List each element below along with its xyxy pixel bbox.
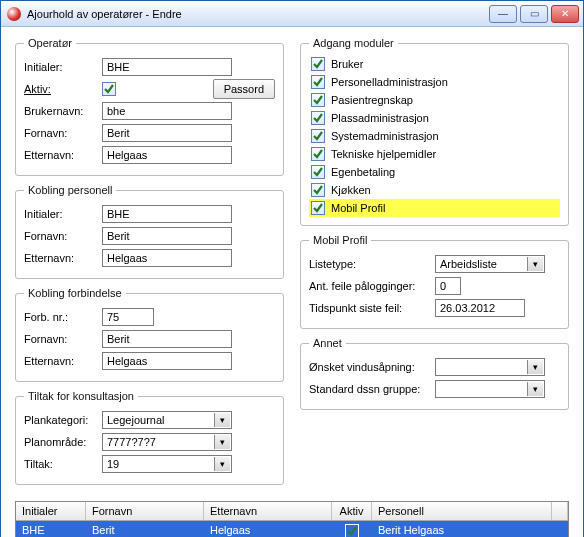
kp-initials-input[interactable] bbox=[102, 205, 232, 223]
module-item[interactable]: Bruker bbox=[309, 55, 560, 73]
cell-aktiv bbox=[332, 521, 372, 537]
cell-etternavn: Helgaas bbox=[204, 521, 332, 537]
close-button[interactable]: ✕ bbox=[551, 5, 579, 23]
minimize-button[interactable]: — bbox=[489, 5, 517, 23]
module-label: Systemadministrasjon bbox=[331, 130, 439, 142]
label-planomr: Planområde: bbox=[24, 436, 102, 448]
module-checkbox[interactable] bbox=[311, 201, 325, 215]
titlebar[interactable]: Ajourhold av operatører - Endre — ▭ ✕ bbox=[1, 1, 583, 27]
chevron-down-icon: ▾ bbox=[527, 382, 543, 396]
cell-personell: Berit Helgaas bbox=[372, 521, 552, 537]
listetype-value: Arbeidsliste bbox=[440, 258, 497, 270]
module-label: Egenbetaling bbox=[331, 166, 395, 178]
group-tiltak-legend: Tiltak for konsultasjon bbox=[24, 390, 138, 402]
module-label: Bruker bbox=[331, 58, 363, 70]
chevron-down-icon: ▾ bbox=[214, 457, 230, 471]
module-checkbox[interactable] bbox=[311, 57, 325, 71]
module-item[interactable]: Systemadministrasjon bbox=[309, 127, 560, 145]
module-item[interactable]: Tekniske hjelpemidler bbox=[309, 145, 560, 163]
module-checkbox[interactable] bbox=[311, 93, 325, 107]
module-item[interactable]: Kjøkken bbox=[309, 181, 560, 199]
chevron-down-icon: ▾ bbox=[214, 413, 230, 427]
module-item[interactable]: Personelladministrasjon bbox=[309, 73, 560, 91]
module-checkbox[interactable] bbox=[311, 111, 325, 125]
col-etternavn[interactable]: Etternavn bbox=[204, 502, 332, 520]
col-aktiv[interactable]: Aktiv bbox=[332, 502, 372, 520]
module-checkbox[interactable] bbox=[311, 183, 325, 197]
operator-table[interactable]: Initialer Fornavn Etternavn Aktiv Person… bbox=[15, 501, 569, 537]
module-item[interactable]: Plassadministrasjon bbox=[309, 109, 560, 127]
cell-fornavn: Berit bbox=[86, 521, 204, 537]
module-item[interactable]: Egenbetaling bbox=[309, 163, 560, 181]
label-kf-firstname: Fornavn: bbox=[24, 333, 102, 345]
antfeil-input[interactable] bbox=[435, 277, 461, 295]
listetype-select[interactable]: Arbeidsliste ▾ bbox=[435, 255, 545, 273]
label-antfeil: Ant. feile pålogginger: bbox=[309, 280, 435, 292]
label-plankat: Plankategori: bbox=[24, 414, 102, 426]
vindu-select[interactable]: ▾ bbox=[435, 358, 545, 376]
group-mobil: Mobil Profil Listetype: Arbeidsliste ▾ A… bbox=[300, 234, 569, 329]
kp-lastname-input[interactable] bbox=[102, 249, 232, 267]
module-item[interactable]: Pasientregnskap bbox=[309, 91, 560, 109]
firstname-input[interactable] bbox=[102, 124, 232, 142]
module-label: Personelladministrasjon bbox=[331, 76, 448, 88]
label-username: Brukernavn: bbox=[24, 105, 102, 117]
label-kp-lastname: Etternavn: bbox=[24, 252, 102, 264]
maximize-button[interactable]: ▭ bbox=[520, 5, 548, 23]
forbnr-input[interactable] bbox=[102, 308, 154, 326]
chevron-down-icon: ▾ bbox=[214, 435, 230, 449]
module-label: Mobil Profil bbox=[331, 202, 385, 214]
username-input[interactable] bbox=[102, 102, 232, 120]
group-kforbindelse-legend: Kobling forbindelse bbox=[24, 287, 126, 299]
group-operator: Operatør Initialer: Aktiv: Passord bbox=[15, 37, 284, 176]
module-checkbox[interactable] bbox=[311, 75, 325, 89]
active-checkbox[interactable] bbox=[102, 82, 116, 96]
plankat-select[interactable]: Legejournal ▾ bbox=[102, 411, 232, 429]
label-kp-initials: Initialer: bbox=[24, 208, 102, 220]
group-adgang: Adgang moduler BrukerPersonelladministra… bbox=[300, 37, 569, 226]
module-checkbox[interactable] bbox=[311, 129, 325, 143]
kf-lastname-input[interactable] bbox=[102, 352, 232, 370]
planomr-select[interactable]: 7777?7?7 ▾ bbox=[102, 433, 232, 451]
aktiv-cell-checkbox[interactable] bbox=[345, 524, 359, 537]
planomr-value: 7777?7?7 bbox=[107, 436, 156, 448]
group-tiltak: Tiltak for konsultasjon Plankategori: Le… bbox=[15, 390, 284, 485]
module-item[interactable]: Mobil Profil bbox=[309, 199, 560, 217]
window-title: Ajourhold av operatører - Endre bbox=[27, 8, 489, 20]
group-annet: Annet Ønsket vindusåpning: ▾ Standard ds… bbox=[300, 337, 569, 410]
module-checkbox[interactable] bbox=[311, 147, 325, 161]
password-button[interactable]: Passord bbox=[213, 79, 275, 99]
label-dssn: Standard dssn gruppe: bbox=[309, 383, 435, 395]
app-icon bbox=[7, 7, 21, 21]
label-initials: Initialer: bbox=[24, 61, 102, 73]
initials-input[interactable] bbox=[102, 58, 232, 76]
group-annet-legend: Annet bbox=[309, 337, 346, 349]
col-personell[interactable]: Personell bbox=[372, 502, 552, 520]
label-vindu: Ønsket vindusåpning: bbox=[309, 361, 435, 373]
kp-firstname-input[interactable] bbox=[102, 227, 232, 245]
kf-firstname-input[interactable] bbox=[102, 330, 232, 348]
window: Ajourhold av operatører - Endre — ▭ ✕ Op… bbox=[0, 0, 584, 537]
tiltak-select[interactable]: 19 ▾ bbox=[102, 455, 232, 473]
group-kforbindelse: Kobling forbindelse Forb. nr.: Fornavn: … bbox=[15, 287, 284, 382]
table-header: Initialer Fornavn Etternavn Aktiv Person… bbox=[16, 502, 568, 521]
label-tidsfeil: Tidspunkt siste feil: bbox=[309, 302, 435, 314]
module-label: Kjøkken bbox=[331, 184, 371, 196]
tiltak-value: 19 bbox=[107, 458, 119, 470]
chevron-down-icon: ▾ bbox=[527, 257, 543, 271]
label-listetype: Listetype: bbox=[309, 258, 435, 270]
tidsfeil-input[interactable] bbox=[435, 299, 525, 317]
col-fornavn[interactable]: Fornavn bbox=[86, 502, 204, 520]
scroll-col bbox=[552, 502, 568, 520]
label-tiltak: Tiltak: bbox=[24, 458, 102, 470]
label-active: Aktiv: bbox=[24, 83, 102, 95]
cell-initials: BHE bbox=[16, 521, 86, 537]
table-row[interactable]: BHE Berit Helgaas Berit Helgaas bbox=[16, 521, 568, 537]
group-kpersonell: Kobling personell Initialer: Fornavn: Et… bbox=[15, 184, 284, 279]
dssn-select[interactable]: ▾ bbox=[435, 380, 545, 398]
group-mobil-legend: Mobil Profil bbox=[309, 234, 371, 246]
module-checkbox[interactable] bbox=[311, 165, 325, 179]
lastname-input[interactable] bbox=[102, 146, 232, 164]
col-initials[interactable]: Initialer bbox=[16, 502, 86, 520]
label-firstname: Fornavn: bbox=[24, 127, 102, 139]
